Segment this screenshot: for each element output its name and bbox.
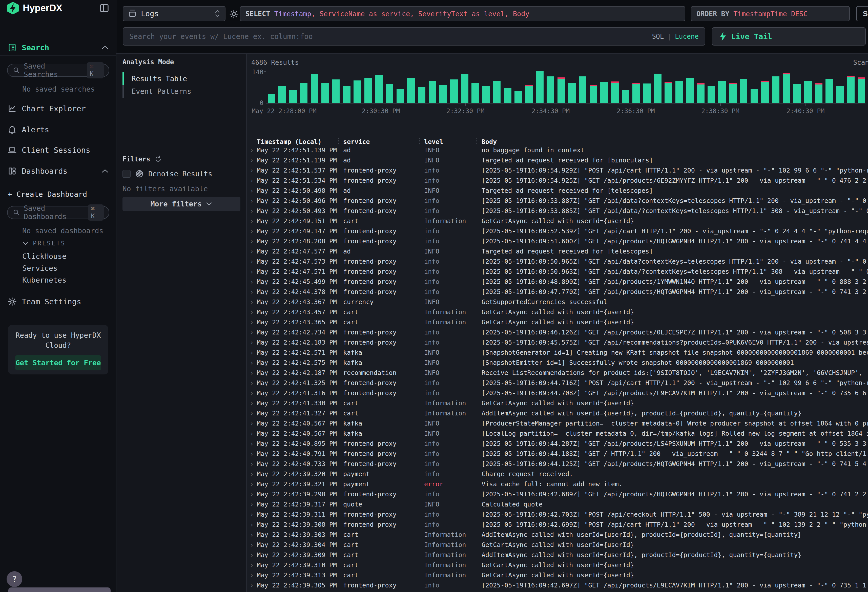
row-expand-chevron-icon[interactable]: › (250, 349, 254, 356)
preset-kubernetes[interactable]: Kubernetes (22, 276, 66, 284)
help-button[interactable]: ? (7, 571, 22, 587)
histogram-bar[interactable] (321, 83, 329, 103)
histogram-bar[interactable] (536, 71, 543, 103)
column-header-body[interactable]: Body (481, 138, 497, 145)
histogram-bar[interactable] (825, 79, 833, 103)
table-row[interactable]: ›May 22 2:42:39.313 PMcartInformationGet… (247, 570, 868, 580)
denoise-results-toggle[interactable]: Denoise Results (123, 167, 212, 180)
row-expand-chevron-icon[interactable]: › (250, 207, 254, 215)
histogram-bar[interactable] (729, 83, 737, 103)
histogram-bar[interactable] (568, 83, 576, 103)
chevron-up-icon[interactable] (101, 169, 109, 173)
histogram-bar[interactable] (622, 90, 629, 103)
column-header-service[interactable]: service (343, 138, 370, 145)
table-row[interactable]: ›May 22 2:42:49.147 PMfrontend-proxyinfo… (247, 226, 868, 236)
histogram-bar[interactable] (547, 77, 554, 103)
query-language-toggle[interactable]: SQL | Lucene (652, 32, 699, 40)
row-expand-chevron-icon[interactable]: › (250, 187, 254, 195)
histogram-bar[interactable] (718, 81, 726, 103)
histogram-bar[interactable] (611, 81, 619, 103)
table-row[interactable]: ›May 22 2:42:41.316 PMfrontend-proxyinfo… (247, 388, 868, 398)
histogram-bar[interactable] (461, 74, 468, 103)
table-row[interactable]: ›May 22 2:42:42.183 PMfrontend-proxyinfo… (247, 337, 868, 347)
denoise-checkbox[interactable] (123, 170, 131, 178)
histogram-bar[interactable] (783, 73, 790, 103)
sidebar-item-chart-explorer[interactable]: Chart Explorer (0, 100, 117, 117)
row-expand-chevron-icon[interactable]: › (250, 450, 254, 458)
sidebar-item-dashboards[interactable]: Dashboards (0, 163, 117, 179)
row-expand-chevron-icon[interactable]: › (250, 167, 254, 174)
get-started-button[interactable]: Get Started for Free (15, 355, 101, 371)
table-row[interactable]: ›May 22 2:42:41.327 PMcartInformationAdd… (247, 408, 868, 418)
histogram-bar[interactable] (482, 86, 490, 103)
histogram-bar[interactable] (804, 81, 812, 103)
row-expand-chevron-icon[interactable]: › (250, 541, 254, 549)
mode-sql[interactable]: SQL (652, 32, 664, 40)
table-row[interactable]: ›May 22 2:42:50.498 PMadINFOTargeted ad … (247, 185, 868, 196)
table-row[interactable]: ›May 22 2:42:39.309 PMcartInformationAdd… (247, 550, 868, 560)
histogram-bar[interactable] (579, 77, 586, 103)
sidebar-item-alerts[interactable]: Alerts (0, 121, 117, 137)
row-expand-chevron-icon[interactable]: › (250, 177, 254, 185)
table-row[interactable]: ›May 22 2:42:39.308 PMfrontend-proxyinfo… (247, 520, 868, 530)
row-expand-chevron-icon[interactable]: › (250, 430, 254, 437)
mode-lucene[interactable]: Lucene (675, 32, 699, 40)
histogram-bar[interactable] (793, 84, 801, 103)
row-expand-chevron-icon[interactable]: › (250, 460, 254, 468)
row-expand-chevron-icon[interactable]: › (250, 197, 254, 205)
histogram-bar[interactable] (590, 85, 597, 103)
row-expand-chevron-icon[interactable]: › (250, 288, 254, 296)
row-expand-chevron-icon[interactable]: › (250, 379, 254, 387)
row-expand-chevron-icon[interactable]: › (250, 440, 254, 447)
table-row[interactable]: ›May 22 2:42:51.534 PMfrontend-proxyinfo… (247, 175, 868, 185)
row-expand-chevron-icon[interactable]: › (250, 490, 254, 498)
row-expand-chevron-icon[interactable]: › (250, 561, 254, 569)
row-expand-chevron-icon[interactable]: › (250, 319, 254, 326)
table-row[interactable]: ›May 22 2:42:50.496 PMfrontend-proxyinfo… (247, 196, 868, 206)
presets-section-toggle[interactable]: PRESETS (22, 240, 65, 247)
histogram-bar[interactable] (654, 74, 661, 103)
preset-services[interactable]: Services (22, 264, 58, 273)
histogram-bar[interactable] (632, 83, 640, 103)
histogram-bar[interactable] (686, 78, 694, 103)
table-row[interactable]: ›May 22 2:42:42.571 PMkafkaINFO[Snapshot… (247, 347, 868, 357)
histogram-bar[interactable] (311, 74, 318, 103)
table-row[interactable]: ›May 22 2:42:39.305 PMfrontend-proxyinfo… (247, 580, 868, 590)
histogram-bar[interactable] (375, 75, 382, 103)
row-expand-chevron-icon[interactable]: › (250, 227, 254, 235)
column-resize-handle-icon[interactable] (476, 138, 477, 145)
row-expand-chevron-icon[interactable]: › (250, 389, 254, 397)
sidebar-collapse-icon[interactable] (99, 3, 109, 13)
bottom-popover-partial[interactable] (8, 588, 111, 592)
refresh-icon[interactable] (154, 155, 162, 163)
table-row[interactable]: ›May 22 2:42:39.298 PMfrontend-proxyinfo… (247, 489, 868, 499)
histogram-bar[interactable] (707, 86, 715, 103)
column-resize-handle-icon[interactable] (338, 138, 339, 145)
column-header-level[interactable]: level (424, 138, 443, 145)
chevron-up-icon[interactable] (101, 45, 109, 50)
row-expand-chevron-icon[interactable]: › (250, 156, 254, 164)
create-dashboard-button[interactable]: + Create Dashboard (0, 186, 117, 202)
table-row[interactable]: ›May 22 2:42:39.310 PMcartInformationGet… (247, 560, 868, 570)
table-row[interactable]: ›May 22 2:42:41.325 PMfrontend-proxyinfo… (247, 378, 868, 388)
row-expand-chevron-icon[interactable]: › (250, 531, 254, 539)
histogram-bar[interactable] (289, 90, 297, 103)
histogram-bar[interactable] (471, 83, 479, 103)
table-row[interactable]: ›May 22 2:42:43.457 PMcartInformationGet… (247, 307, 868, 317)
histogram-bar[interactable] (354, 80, 361, 103)
histogram-bar[interactable] (675, 81, 683, 103)
histogram-bar[interactable] (761, 81, 769, 103)
row-expand-chevron-icon[interactable]: › (250, 339, 254, 346)
row-expand-chevron-icon[interactable]: › (250, 521, 254, 529)
histogram-bar[interactable] (643, 84, 651, 103)
select-query-input[interactable]: SELECT Timestamp, ServiceName as service… (240, 6, 685, 21)
row-expand-chevron-icon[interactable]: › (250, 268, 254, 276)
row-expand-chevron-icon[interactable]: › (250, 420, 254, 427)
table-row[interactable]: ›May 22 2:42:39.311 PMfrontend-proxyinfo… (247, 509, 868, 520)
histogram-bar[interactable] (365, 78, 372, 103)
histogram-bar[interactable] (664, 82, 672, 103)
histogram-bar[interactable] (418, 87, 425, 103)
histogram-bar[interactable] (558, 77, 565, 103)
row-expand-chevron-icon[interactable]: › (250, 500, 254, 508)
event-search-input[interactable]: Search your events w/ Lucene ex. column:… (123, 27, 705, 46)
